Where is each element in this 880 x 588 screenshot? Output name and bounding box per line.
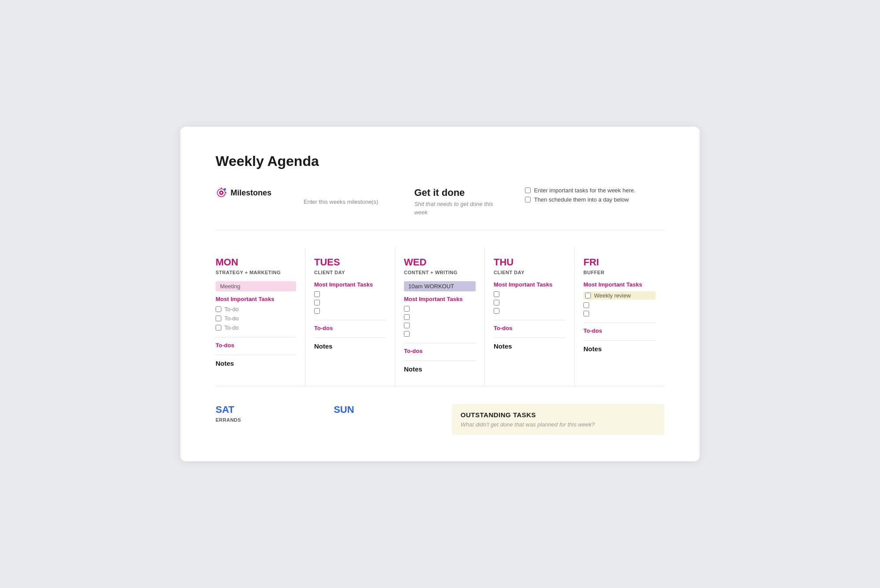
- wed-check-3: [404, 323, 476, 328]
- milestones-section: Milestones: [216, 187, 286, 198]
- mon-todo-1: To-do: [224, 306, 239, 312]
- fri-check-highlighted: Weekly review: [583, 291, 656, 300]
- tues-notes-label: Notes: [314, 342, 386, 350]
- check-input-1[interactable]: [525, 187, 531, 193]
- fri-todos-link[interactable]: To-dos: [583, 327, 656, 334]
- wed-event: 10am WORKOUT: [404, 281, 476, 291]
- wed-checkbox-3[interactable]: [404, 323, 410, 328]
- fri-notes-label: Notes: [583, 345, 656, 353]
- fri-checkbox-3[interactable]: [583, 311, 589, 316]
- tues-check-2: [314, 300, 386, 305]
- fri-checkbox-highlight[interactable]: [585, 293, 591, 298]
- mon-mit-label: Most Important Tasks: [216, 296, 296, 302]
- milestones-hint: Enter this weeks milestone(s): [304, 198, 396, 205]
- day-col-wed: WED CONTENT + WRITING 10am WORKOUT Most …: [395, 248, 485, 386]
- thu-todos-link[interactable]: To-dos: [494, 325, 565, 331]
- outstanding-title: OUTSTANDING TASKS: [461, 411, 656, 419]
- outstanding-subtitle: What didn't get done that was planned fo…: [461, 421, 656, 428]
- get-it-done-section: Get it done Shit that needs to get done …: [414, 187, 507, 216]
- mon-notes-label: Notes: [216, 360, 296, 367]
- wed-check-4: [404, 331, 476, 337]
- thu-check-1: [494, 291, 565, 297]
- mon-checkbox-3[interactable]: [216, 325, 221, 331]
- mon-check-2: To-do: [216, 315, 296, 322]
- check-item-2: Then schedule them into a day below: [525, 196, 664, 203]
- wed-todos-link[interactable]: To-dos: [404, 348, 476, 354]
- mon-todo-2: To-do: [224, 315, 239, 322]
- wed-checkbox-4[interactable]: [404, 331, 410, 337]
- thu-notes-label: Notes: [494, 342, 565, 350]
- day-col-fri: FRI BUFFER Most Important Tasks Weekly r…: [575, 248, 664, 386]
- day-name-tues: TUES: [314, 257, 386, 268]
- wed-checkbox-1[interactable]: [404, 306, 410, 312]
- get-it-done-title: Get it done: [414, 187, 507, 198]
- wed-check-1: [404, 306, 476, 312]
- check-label-2: Then schedule them into a day below: [534, 196, 629, 203]
- day-type-fri: BUFFER: [583, 270, 656, 275]
- day-name-mon: MON: [216, 257, 296, 268]
- mon-check-3: To-do: [216, 324, 296, 331]
- target-icon: [216, 187, 227, 198]
- milestones-row: Milestones Enter this weeks milestone(s)…: [216, 187, 664, 230]
- weekly-agenda-card: Weekly Agenda Milestones Enter this week…: [180, 127, 700, 461]
- tues-checkbox-1[interactable]: [314, 291, 320, 297]
- day-col-thu: THU CLIENT DAY Most Important Tasks To-d…: [485, 248, 575, 386]
- get-it-done-checks: Enter important tasks for the week here.…: [525, 187, 664, 206]
- mon-event: Meeting: [216, 281, 296, 291]
- fri-check-2: [583, 302, 656, 308]
- milestones-label: Milestones: [231, 188, 271, 198]
- bottom-grid: SAT ERRANDS SUN OUTSTANDING TASKS What d…: [216, 404, 664, 435]
- fri-check-3: [583, 311, 656, 316]
- day-name-thu: THU: [494, 257, 565, 268]
- wed-check-2: [404, 314, 476, 320]
- outstanding-tasks-box: OUTSTANDING TASKS What didn't get done t…: [452, 404, 664, 435]
- day-col-mon: MON STRATEGY + MARKETING Meeting Most Im…: [216, 248, 305, 386]
- fri-todo-weekly-review: Weekly review: [594, 292, 631, 299]
- day-col-sun: SUN: [334, 404, 451, 417]
- tues-checkbox-3[interactable]: [314, 308, 320, 314]
- day-name-sat: SAT: [216, 404, 320, 415]
- mon-todos-link[interactable]: To-dos: [216, 342, 296, 349]
- day-type-mon: STRATEGY + MARKETING: [216, 270, 296, 275]
- tues-check-1: [314, 291, 386, 297]
- days-grid: MON STRATEGY + MARKETING Meeting Most Im…: [216, 248, 664, 386]
- wed-mit-label: Most Important Tasks: [404, 296, 476, 302]
- tues-checkbox-2[interactable]: [314, 300, 320, 305]
- mon-todo-3: To-do: [224, 324, 239, 331]
- tues-mit-label: Most Important Tasks: [314, 281, 386, 288]
- day-name-wed: WED: [404, 257, 476, 268]
- day-name-fri: FRI: [583, 257, 656, 268]
- check-item-1: Enter important tasks for the week here.: [525, 187, 664, 194]
- tues-todos-link[interactable]: To-dos: [314, 325, 386, 331]
- mon-checkbox-2[interactable]: [216, 316, 221, 321]
- check-input-2[interactable]: [525, 197, 531, 202]
- thu-mit-label: Most Important Tasks: [494, 281, 565, 288]
- thu-check-2: [494, 300, 565, 305]
- day-type-tues: CLIENT DAY: [314, 270, 386, 275]
- day-type-wed: CONTENT + WRITING: [404, 270, 476, 275]
- svg-point-3: [220, 192, 222, 194]
- thu-checkbox-2[interactable]: [494, 300, 499, 305]
- mon-checkbox-1[interactable]: [216, 306, 221, 312]
- day-col-tues: TUES CLIENT DAY Most Important Tasks To-…: [305, 248, 395, 386]
- check-label-1: Enter important tasks for the week here.: [534, 187, 636, 194]
- day-type-sat: ERRANDS: [216, 417, 320, 423]
- fri-checkbox-2[interactable]: [583, 302, 589, 308]
- get-it-done-subtitle: Shit that needs to get done this week: [414, 200, 507, 216]
- thu-checkbox-3[interactable]: [494, 308, 499, 314]
- page-title: Weekly Agenda: [216, 153, 664, 169]
- wed-notes-label: Notes: [404, 365, 476, 373]
- fri-mit-label: Most Important Tasks: [583, 281, 656, 288]
- mon-check-1: To-do: [216, 306, 296, 312]
- thu-checkbox-1[interactable]: [494, 291, 499, 297]
- svg-point-6: [224, 188, 226, 191]
- day-col-sat: SAT ERRANDS: [216, 404, 334, 429]
- day-type-thu: CLIENT DAY: [494, 270, 565, 275]
- thu-check-3: [494, 308, 565, 314]
- day-name-sun: SUN: [334, 404, 438, 415]
- tues-check-3: [314, 308, 386, 314]
- wed-checkbox-2[interactable]: [404, 314, 410, 320]
